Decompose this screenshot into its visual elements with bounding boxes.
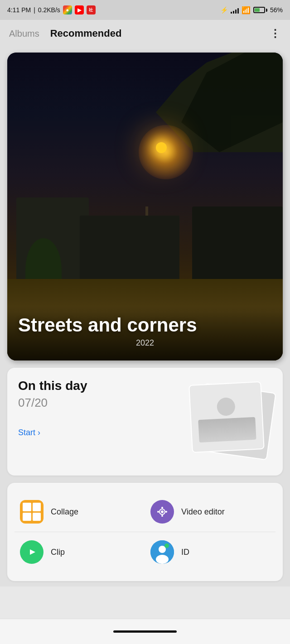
id-label: ID	[181, 548, 189, 557]
tab-recommended[interactable]: Recommended	[50, 28, 122, 39]
battery-pct: 56%	[270, 6, 283, 14]
tools-grid: Collage Video editor	[14, 492, 276, 572]
bottom-nav	[0, 619, 290, 644]
signal-bars	[231, 6, 239, 14]
collage-cell-4	[33, 513, 41, 521]
svg-point-5	[165, 511, 167, 513]
main-content: Streets and corners 2022 On this day 07/…	[0, 47, 290, 586]
photo-card-year: 2022	[18, 338, 272, 348]
collage-label: Collage	[51, 507, 78, 517]
video-editor-label: Video editor	[181, 507, 225, 517]
photo-thumbnail-front	[188, 381, 265, 453]
battery-body	[253, 7, 265, 13]
id-tool[interactable]: ID	[145, 532, 276, 572]
on-this-day-card: On this day 07/20 Start ›	[7, 368, 283, 476]
status-right: ⚡ 📶 56%	[220, 6, 283, 14]
nav-indicator	[113, 630, 177, 633]
clip-tool[interactable]: Clip	[14, 532, 145, 572]
wifi-icon: 📶	[242, 6, 251, 14]
signal-bar-2	[233, 11, 234, 14]
status-network: |	[34, 6, 35, 14]
video-editor-svg	[155, 505, 169, 519]
photo-card-title: Streets and corners	[18, 315, 272, 336]
bluetooth-icon: ⚡	[220, 6, 228, 14]
svg-point-3	[161, 515, 163, 517]
header-nav: Albums Recommended	[9, 28, 121, 39]
photo-overlay: Streets and corners 2022	[7, 306, 283, 360]
tools-card: Collage Video editor	[7, 483, 283, 581]
on-this-day-title: On this day	[18, 379, 172, 393]
status-data-speed: 0.2KB/s	[38, 6, 60, 14]
tab-albums[interactable]: Albums	[9, 29, 39, 39]
status-bar: 4:11 PM | 0.2KB/s ● ▶ 社 ⚡ 📶 56%	[0, 0, 290, 20]
svg-point-12	[164, 543, 169, 548]
on-this-day-left: On this day 07/20 Start ›	[18, 379, 172, 437]
collage-icon	[20, 500, 44, 524]
building-right	[192, 207, 283, 288]
id-icon	[150, 540, 174, 564]
social-icon: 社	[87, 5, 96, 14]
signal-bar-3	[235, 10, 237, 14]
collage-cell-2	[33, 503, 41, 511]
featured-photo-card[interactable]: Streets and corners 2022	[7, 53, 283, 360]
video-editor-tool[interactable]: Video editor	[145, 492, 276, 532]
header: Albums Recommended ⋮	[0, 20, 290, 47]
on-this-day-photos	[172, 379, 272, 465]
signal-bar-1	[231, 12, 232, 14]
svg-point-6	[161, 510, 164, 513]
svg-point-10	[159, 546, 166, 553]
status-left: 4:11 PM | 0.2KB/s ● ▶ 社	[7, 5, 96, 14]
battery-indicator	[253, 7, 267, 13]
clip-label: Clip	[51, 548, 65, 557]
street-light-dot	[156, 142, 167, 153]
youtube-icon: ▶	[75, 5, 84, 14]
collage-cell-1	[23, 503, 31, 511]
svg-point-11	[156, 555, 169, 564]
battery-fill	[255, 8, 260, 12]
building-mid	[80, 216, 179, 288]
svg-point-2	[161, 507, 163, 509]
clip-svg	[24, 545, 39, 559]
on-this-day-date: 07/20	[18, 396, 172, 410]
chrome-icon: ●	[63, 5, 72, 14]
on-this-day-start-button[interactable]: Start ›	[18, 428, 172, 437]
status-time: 4:11 PM	[7, 6, 31, 14]
video-editor-icon	[150, 500, 174, 524]
battery-tip	[266, 9, 267, 12]
more-menu-button[interactable]: ⋮	[270, 27, 281, 40]
svg-point-4	[157, 511, 159, 513]
id-svg	[150, 540, 174, 564]
collage-cell-3	[23, 513, 31, 521]
signal-bar-4	[237, 8, 239, 14]
clip-icon	[20, 540, 44, 564]
collage-tool[interactable]: Collage	[14, 492, 145, 532]
